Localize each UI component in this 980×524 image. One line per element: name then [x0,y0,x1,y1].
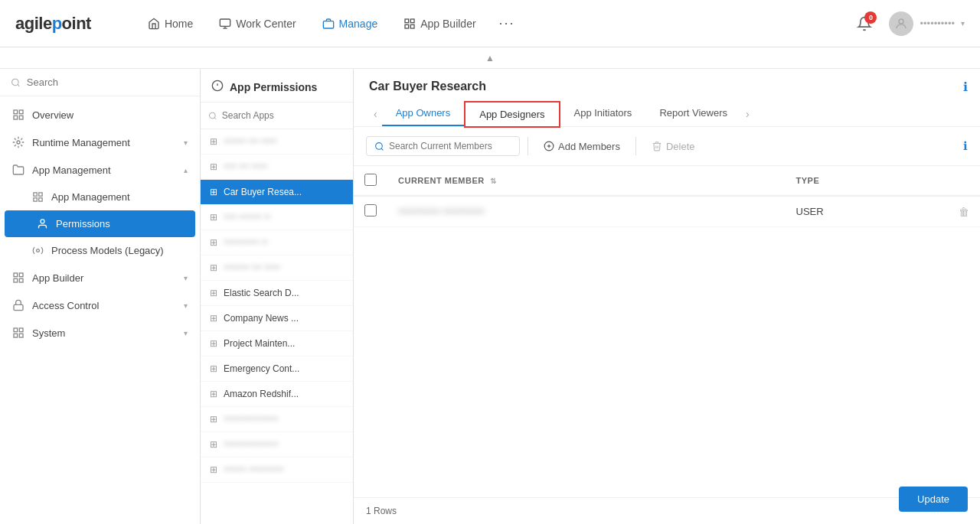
nav-home[interactable]: Home [137,11,204,36]
notification-button[interactable]: 0 [851,10,878,37]
svg-point-9 [12,79,19,86]
right-header: Car Buyer Research ‹ App OwnersApp Desig… [354,69,980,127]
app-item[interactable]: ⊞ ••••••• ••• ••••• [201,129,353,155]
svg-point-20 [41,220,44,223]
app-item[interactable]: ⊞ ••••••••••• •• [201,230,353,255]
sidebar-system-label: System [32,327,176,339]
sidebar-item-overview[interactable]: Overview [0,101,200,129]
nav-workcenter[interactable]: Work Center [208,11,306,36]
sidebar-search-input[interactable] [27,76,189,88]
toolbar-info-icon[interactable]: ℹ [963,139,968,153]
svg-rect-27 [14,328,18,332]
sidebar: Overview Runtime Management ▾ App Manage… [0,69,201,524]
app-item[interactable]: ⊞ •••• ••••••• •• [201,205,353,230]
app-item-name: Emergency Cont... [224,363,299,374]
logo: agilepoint [15,14,91,34]
collapse-arrow-icon: ▲ [485,53,495,63]
tab-initiators[interactable]: App Initiators [560,101,646,126]
sidebar-item-appmgmt-child[interactable]: App Management [0,184,200,210]
app-item[interactable]: ⊞ Project Mainten... [201,331,353,356]
svg-rect-19 [39,198,42,201]
update-button[interactable]: Update [899,487,968,512]
sidebar-permissions-label: Permissions [56,218,183,229]
members-table: CURRENT MEMBER ⇅ TYPE •••••••••••• •••••… [354,166,980,227]
svg-rect-29 [14,334,18,337]
nav-appbuilder-label: App Builder [420,18,475,30]
svg-rect-4 [405,19,409,23]
tab-designers[interactable]: App Designers [464,101,560,128]
member-name-cell: •••••••••••• •••••••••••• [387,196,786,227]
sidebar-item-process-models[interactable]: Process Models (Legacy) [0,237,200,264]
app-item[interactable]: ⊞ Amazon Redshif... [201,382,353,407]
app-item-icon: ⊞ [210,464,217,475]
svg-rect-0 [220,19,230,26]
app-item-icon: ⊞ [210,262,217,273]
app-item[interactable]: ⊞ Elastic Search D... [201,281,353,306]
access-control-chevron-icon: ▾ [184,301,188,310]
app-item-name: Amazon Redshif... [224,389,299,399]
add-members-label: Add Members [558,141,620,152]
center-search-input[interactable] [222,110,345,121]
app-item[interactable]: ⊞ Emergency Cont... [201,356,353,382]
process-models-icon [32,245,44,256]
app-item-name: •••• ••••••• •• [224,212,270,223]
center-header-icon [211,80,224,94]
app-item[interactable]: ⊞ ••••••••••••••••• [201,407,353,432]
tab-owners[interactable]: App Owners [382,101,465,126]
top-nav: agilepoint Home Work Center Manage App B… [0,0,980,47]
rows-count: 1 Rows [366,506,397,516]
sidebar-item-permissions[interactable]: Permissions [5,210,195,237]
sidebar-item-access-control[interactable]: Access Control ▾ [0,291,200,319]
nav-manage[interactable]: Manage [312,11,389,36]
app-item[interactable]: ⊞ ••••••••••••••••• [201,432,353,457]
app-item[interactable]: ⊞ Company News ... [201,306,353,331]
svg-rect-3 [323,21,333,28]
app-item-icon: ⊞ [210,161,217,172]
col-member-header[interactable]: CURRENT MEMBER ⇅ [387,166,786,196]
delete-button[interactable]: Delete [644,137,703,156]
runtime-chevron-icon: ▾ [184,138,188,147]
sidebar-item-appbuilder[interactable]: App Builder ▾ [0,264,200,291]
sidebar-appmanagement-label: App Management [32,164,176,176]
row-checkbox[interactable] [364,204,377,216]
svg-point-8 [899,19,903,24]
add-members-button[interactable]: Add Members [536,137,628,156]
row-delete-icon[interactable]: 🗑 [959,206,969,218]
svg-rect-25 [19,278,23,282]
svg-rect-30 [19,334,23,337]
app-item[interactable]: ⊞ •••••••• ••• ••••• [201,255,353,281]
sidebar-item-appmanagement[interactable]: App Management ▴ [0,156,200,184]
header-info-icon[interactable]: ℹ [963,80,968,94]
nav-workcenter-label: Work Center [236,18,296,30]
svg-point-34 [209,112,215,119]
col-type-header: TYPE [786,166,948,196]
app-item-name: ••••••••••• •• [224,237,268,248]
app-item-name: •••• ••• ••••• [224,161,267,172]
svg-rect-12 [19,110,23,114]
member-search-input[interactable] [389,141,511,151]
app-item[interactable]: ⊞ Car Buyer Resea... [201,180,353,205]
tab-prev-arrow[interactable]: ‹ [369,108,382,120]
sidebar-item-system[interactable]: System ▾ [0,319,200,347]
svg-line-10 [18,84,19,86]
app-item[interactable]: ⊞ •••• ••• ••••• [201,155,353,180]
tab-viewers[interactable]: Report Viewers [645,101,741,126]
app-item-name: •••••••• ••• ••••• [224,262,280,273]
tab-next-arrow[interactable]: › [741,108,754,120]
app-item[interactable]: ⊞ ••••••• ••••••••••• [201,457,353,483]
select-all-checkbox[interactable] [364,174,377,186]
sort-icon: ⇅ [490,177,497,185]
svg-rect-7 [411,24,415,28]
sidebar-access-control-label: Access Control [32,300,176,311]
user-name-label: •••••••••• [920,18,955,29]
app-item-name: ••••••••••••••••• [224,439,278,450]
nav-appbuilder[interactable]: App Builder [393,11,486,36]
collapse-bar[interactable]: ▲ [0,47,980,69]
svg-line-37 [381,148,383,150]
tabs-bar: ‹ App OwnersApp DesignersApp InitiatorsR… [369,101,965,126]
user-menu[interactable]: •••••••••• ▾ [889,11,965,36]
system-chevron-icon: ▾ [184,329,188,337]
nav-more-button[interactable]: ··· [492,9,523,37]
delete-label: Delete [666,141,695,152]
sidebar-item-runtime[interactable]: Runtime Management ▾ [0,129,200,156]
